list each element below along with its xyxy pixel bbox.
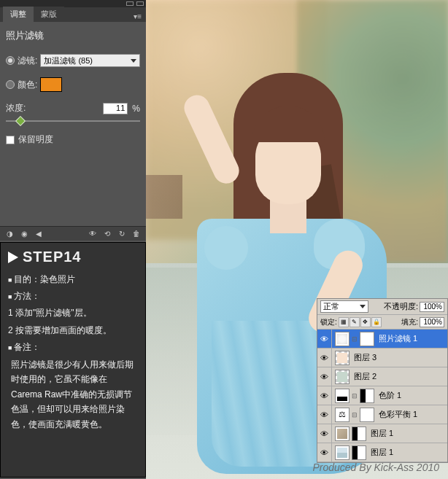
collapse-icon[interactable] (126, 1, 134, 6)
left-panel: 调整 蒙版 ▾≡ 照片滤镜 滤镜: 加温滤镜 (85) 颜色: 浓度: (0, 0, 146, 479)
layer-row[interactable]: 👁 图层 1 (317, 443, 447, 462)
layer-thumbnails: ⊟ (332, 389, 377, 403)
layer-name: 图层 3 (352, 352, 376, 363)
play-icon (8, 252, 18, 263)
blend-mode-value: 正常 (323, 301, 339, 312)
layer-row[interactable]: 👁 ⊟ 照片滤镜 1 (317, 330, 447, 348)
lock-label: 锁定: (320, 317, 337, 327)
layer-thumbnails (332, 427, 369, 441)
chevron-down-icon (131, 59, 136, 63)
density-label: 浓度: (6, 102, 99, 114)
layer-name: 图层 2 (352, 371, 376, 382)
close-icon[interactable] (136, 1, 144, 6)
filter-dropdown[interactable]: 加温滤镜 (85) (40, 54, 140, 67)
visibility-icon[interactable]: 👁 (317, 405, 332, 424)
reset-icon[interactable]: ⟲ (101, 229, 114, 239)
color-label: 颜色: (18, 79, 37, 91)
lock-transparency-icon[interactable]: ▦ (339, 317, 349, 327)
panel-menu-icon[interactable]: ▾≡ (129, 11, 146, 22)
fill-input[interactable]: 100% (420, 317, 444, 327)
layer-thumbnails (332, 351, 352, 365)
visibility-icon[interactable]: 👁 (317, 330, 332, 348)
filter-radio[interactable] (6, 56, 15, 65)
adj-icon-2[interactable]: ◉ (18, 229, 31, 239)
filter-value: 加温滤镜 (85) (44, 55, 93, 66)
lock-pixels-icon[interactable]: ✎ (349, 317, 360, 327)
credit-text: Produced By Kick-Ass 2010 (312, 462, 439, 473)
fill-label: 填充: (401, 317, 418, 327)
layer-row[interactable]: 👁 ⚖⊟ 色彩平衡 1 (317, 405, 447, 424)
visibility-icon[interactable]: 👁 (317, 443, 332, 462)
layer-name: 色阶 1 (377, 390, 401, 401)
layers-panel: 正常 不透明度: 100% 锁定: ▦ ✎ ✥ 🔒 填充: 100% 👁 ⊟ (317, 298, 448, 463)
step-section: STEP14 目的：染色照片 方法： 1 添加"照片滤镜"层。 2 按需要增加画… (0, 242, 146, 478)
goal-text: 染色照片 (40, 274, 75, 284)
layer-thumbnails: ⚖⊟ (332, 408, 377, 422)
layer-row[interactable]: 👁 ⊟ 色阶 1 (317, 386, 447, 405)
visibility-icon[interactable]: 👁 (317, 348, 332, 367)
preserve-luminosity-label: 保留明度 (18, 133, 53, 146)
layer-name: 照片滤镜 1 (377, 333, 417, 344)
preserve-luminosity-checkbox[interactable] (6, 136, 15, 144)
canvas-area[interactable]: Produced By Kick-Ass 2010 正常 不透明度: 100% … (146, 0, 448, 479)
density-slider[interactable] (6, 116, 140, 126)
step-title: STEP14 (23, 249, 81, 265)
visibility-icon[interactable]: 👁 (317, 386, 332, 405)
layer-row[interactable]: 👁 图层 2 (317, 367, 447, 386)
tab-masks[interactable]: 蒙版 (34, 7, 64, 22)
goal-label: 目的： (14, 274, 40, 284)
color-radio[interactable] (6, 80, 15, 89)
layer-thumbnails: ⊟ (332, 332, 377, 346)
method-label: 方法： (8, 289, 138, 303)
visibility-icon[interactable]: 👁 (317, 424, 332, 443)
density-input[interactable]: 11 (103, 103, 128, 114)
method-1: 1 添加"照片滤镜"层。 (8, 306, 138, 320)
layer-name: 图层 1 (369, 428, 393, 439)
note-label: 备注： (8, 340, 138, 354)
lock-position-icon[interactable]: ✥ (360, 317, 371, 327)
trash-icon[interactable]: 🗑 (130, 229, 143, 239)
layer-name: 图层 1 (369, 447, 393, 458)
density-unit: % (132, 104, 140, 114)
adj-icon-3[interactable]: ◀ (32, 229, 45, 239)
layer-thumbnails (332, 445, 369, 460)
layer-row[interactable]: 👁 图层 1 (317, 424, 447, 443)
adj-icon-1[interactable]: ◑ (3, 229, 16, 239)
panel-title: 照片滤镜 (6, 29, 140, 42)
reset-prev-icon[interactable]: ↻ (115, 229, 128, 239)
opacity-input[interactable]: 100% (420, 302, 444, 312)
visibility-icon[interactable]: 👁 (86, 229, 99, 239)
filter-label: 滤镜: (18, 55, 37, 67)
method-2: 2 按需要增加画面的暖度。 (8, 324, 138, 338)
opacity-label: 不透明度: (384, 301, 418, 312)
layer-thumbnails (332, 370, 352, 384)
color-swatch[interactable] (40, 77, 62, 92)
lock-all-icon[interactable]: 🔒 (371, 317, 382, 327)
adjustments-panel: 调整 蒙版 ▾≡ 照片滤镜 滤镜: 加温滤镜 (85) 颜色: 浓度: (0, 0, 146, 241)
visibility-icon[interactable]: 👁 (317, 367, 332, 386)
layer-row[interactable]: 👁 图层 3 (317, 348, 447, 367)
layer-name: 色彩平衡 1 (377, 409, 417, 420)
note-text: 照片滤镜是很少有人用来做后期时使用的，它虽不能像在Carema Raw中准确的无… (8, 357, 138, 432)
panel-footer: ◑ ◉ ◀ 👁 ⟲ ↻ 🗑 (0, 226, 146, 241)
chevron-down-icon (360, 305, 366, 308)
blend-mode-dropdown[interactable]: 正常 (320, 300, 368, 313)
tab-adjustments[interactable]: 调整 (3, 7, 34, 22)
